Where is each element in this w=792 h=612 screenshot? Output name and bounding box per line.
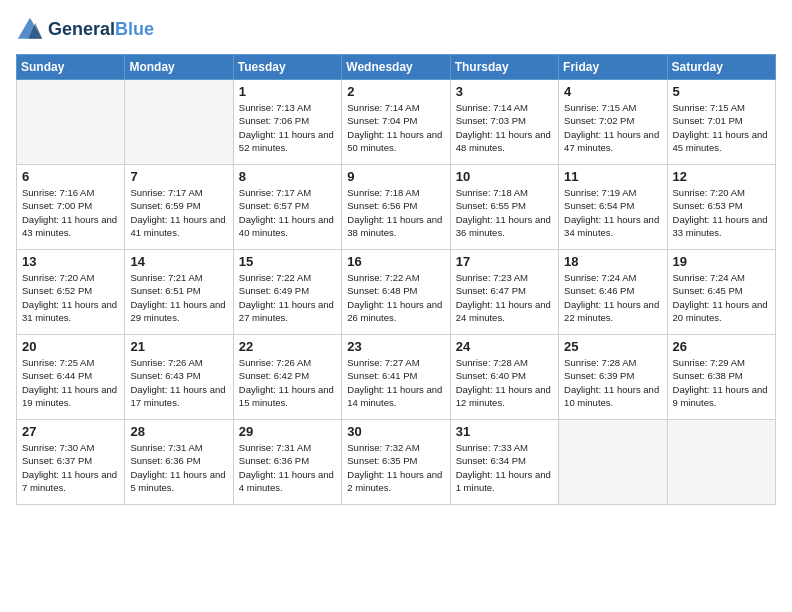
day-number: 26 <box>673 339 771 354</box>
day-number: 18 <box>564 254 662 269</box>
cell-info: Sunrise: 7:28 AM Sunset: 6:40 PM Dayligh… <box>456 356 554 409</box>
cell-info: Sunrise: 7:28 AM Sunset: 6:39 PM Dayligh… <box>564 356 662 409</box>
cell-info: Sunrise: 7:33 AM Sunset: 6:34 PM Dayligh… <box>456 441 554 494</box>
calendar-cell: 22Sunrise: 7:26 AM Sunset: 6:42 PM Dayli… <box>233 335 341 420</box>
cell-info: Sunrise: 7:14 AM Sunset: 7:03 PM Dayligh… <box>456 101 554 154</box>
calendar: SundayMondayTuesdayWednesdayThursdayFrid… <box>16 54 776 505</box>
cell-info: Sunrise: 7:21 AM Sunset: 6:51 PM Dayligh… <box>130 271 228 324</box>
cell-info: Sunrise: 7:32 AM Sunset: 6:35 PM Dayligh… <box>347 441 445 494</box>
calendar-cell: 9Sunrise: 7:18 AM Sunset: 6:56 PM Daylig… <box>342 165 450 250</box>
calendar-week-row: 6Sunrise: 7:16 AM Sunset: 7:00 PM Daylig… <box>17 165 776 250</box>
calendar-cell: 13Sunrise: 7:20 AM Sunset: 6:52 PM Dayli… <box>17 250 125 335</box>
calendar-cell: 29Sunrise: 7:31 AM Sunset: 6:36 PM Dayli… <box>233 420 341 505</box>
logo: GeneralBlue <box>16 16 154 44</box>
cell-info: Sunrise: 7:18 AM Sunset: 6:55 PM Dayligh… <box>456 186 554 239</box>
day-number: 30 <box>347 424 445 439</box>
day-number: 17 <box>456 254 554 269</box>
calendar-cell: 19Sunrise: 7:24 AM Sunset: 6:45 PM Dayli… <box>667 250 775 335</box>
day-number: 15 <box>239 254 337 269</box>
cell-info: Sunrise: 7:29 AM Sunset: 6:38 PM Dayligh… <box>673 356 771 409</box>
cell-info: Sunrise: 7:22 AM Sunset: 6:48 PM Dayligh… <box>347 271 445 324</box>
day-number: 2 <box>347 84 445 99</box>
cell-info: Sunrise: 7:31 AM Sunset: 6:36 PM Dayligh… <box>239 441 337 494</box>
calendar-cell <box>559 420 667 505</box>
cell-info: Sunrise: 7:15 AM Sunset: 7:01 PM Dayligh… <box>673 101 771 154</box>
day-number: 10 <box>456 169 554 184</box>
cell-info: Sunrise: 7:25 AM Sunset: 6:44 PM Dayligh… <box>22 356 120 409</box>
cell-info: Sunrise: 7:18 AM Sunset: 6:56 PM Dayligh… <box>347 186 445 239</box>
calendar-cell: 26Sunrise: 7:29 AM Sunset: 6:38 PM Dayli… <box>667 335 775 420</box>
day-number: 9 <box>347 169 445 184</box>
calendar-cell <box>125 80 233 165</box>
logo-icon <box>16 16 44 44</box>
day-number: 1 <box>239 84 337 99</box>
day-number: 20 <box>22 339 120 354</box>
weekday-header-thursday: Thursday <box>450 55 558 80</box>
day-number: 22 <box>239 339 337 354</box>
cell-info: Sunrise: 7:31 AM Sunset: 6:36 PM Dayligh… <box>130 441 228 494</box>
calendar-cell: 31Sunrise: 7:33 AM Sunset: 6:34 PM Dayli… <box>450 420 558 505</box>
cell-info: Sunrise: 7:22 AM Sunset: 6:49 PM Dayligh… <box>239 271 337 324</box>
calendar-cell: 14Sunrise: 7:21 AM Sunset: 6:51 PM Dayli… <box>125 250 233 335</box>
calendar-cell: 18Sunrise: 7:24 AM Sunset: 6:46 PM Dayli… <box>559 250 667 335</box>
calendar-week-row: 1Sunrise: 7:13 AM Sunset: 7:06 PM Daylig… <box>17 80 776 165</box>
cell-info: Sunrise: 7:23 AM Sunset: 6:47 PM Dayligh… <box>456 271 554 324</box>
calendar-cell: 11Sunrise: 7:19 AM Sunset: 6:54 PM Dayli… <box>559 165 667 250</box>
cell-info: Sunrise: 7:13 AM Sunset: 7:06 PM Dayligh… <box>239 101 337 154</box>
day-number: 28 <box>130 424 228 439</box>
cell-info: Sunrise: 7:24 AM Sunset: 6:45 PM Dayligh… <box>673 271 771 324</box>
day-number: 3 <box>456 84 554 99</box>
calendar-cell: 27Sunrise: 7:30 AM Sunset: 6:37 PM Dayli… <box>17 420 125 505</box>
day-number: 8 <box>239 169 337 184</box>
header: GeneralBlue <box>16 16 776 44</box>
day-number: 11 <box>564 169 662 184</box>
calendar-cell: 25Sunrise: 7:28 AM Sunset: 6:39 PM Dayli… <box>559 335 667 420</box>
cell-info: Sunrise: 7:24 AM Sunset: 6:46 PM Dayligh… <box>564 271 662 324</box>
day-number: 25 <box>564 339 662 354</box>
day-number: 27 <box>22 424 120 439</box>
day-number: 16 <box>347 254 445 269</box>
calendar-cell: 12Sunrise: 7:20 AM Sunset: 6:53 PM Dayli… <box>667 165 775 250</box>
day-number: 12 <box>673 169 771 184</box>
calendar-cell: 15Sunrise: 7:22 AM Sunset: 6:49 PM Dayli… <box>233 250 341 335</box>
calendar-cell <box>17 80 125 165</box>
day-number: 4 <box>564 84 662 99</box>
calendar-cell: 3Sunrise: 7:14 AM Sunset: 7:03 PM Daylig… <box>450 80 558 165</box>
weekday-header-row: SundayMondayTuesdayWednesdayThursdayFrid… <box>17 55 776 80</box>
day-number: 14 <box>130 254 228 269</box>
cell-info: Sunrise: 7:30 AM Sunset: 6:37 PM Dayligh… <box>22 441 120 494</box>
calendar-week-row: 27Sunrise: 7:30 AM Sunset: 6:37 PM Dayli… <box>17 420 776 505</box>
weekday-header-saturday: Saturday <box>667 55 775 80</box>
cell-info: Sunrise: 7:15 AM Sunset: 7:02 PM Dayligh… <box>564 101 662 154</box>
cell-info: Sunrise: 7:20 AM Sunset: 6:53 PM Dayligh… <box>673 186 771 239</box>
cell-info: Sunrise: 7:17 AM Sunset: 6:59 PM Dayligh… <box>130 186 228 239</box>
cell-info: Sunrise: 7:16 AM Sunset: 7:00 PM Dayligh… <box>22 186 120 239</box>
day-number: 31 <box>456 424 554 439</box>
weekday-header-wednesday: Wednesday <box>342 55 450 80</box>
calendar-week-row: 13Sunrise: 7:20 AM Sunset: 6:52 PM Dayli… <box>17 250 776 335</box>
day-number: 29 <box>239 424 337 439</box>
calendar-cell: 21Sunrise: 7:26 AM Sunset: 6:43 PM Dayli… <box>125 335 233 420</box>
calendar-cell: 8Sunrise: 7:17 AM Sunset: 6:57 PM Daylig… <box>233 165 341 250</box>
calendar-cell: 4Sunrise: 7:15 AM Sunset: 7:02 PM Daylig… <box>559 80 667 165</box>
calendar-cell: 23Sunrise: 7:27 AM Sunset: 6:41 PM Dayli… <box>342 335 450 420</box>
calendar-cell: 7Sunrise: 7:17 AM Sunset: 6:59 PM Daylig… <box>125 165 233 250</box>
calendar-cell <box>667 420 775 505</box>
weekday-header-friday: Friday <box>559 55 667 80</box>
day-number: 7 <box>130 169 228 184</box>
calendar-cell: 24Sunrise: 7:28 AM Sunset: 6:40 PM Dayli… <box>450 335 558 420</box>
calendar-cell: 17Sunrise: 7:23 AM Sunset: 6:47 PM Dayli… <box>450 250 558 335</box>
day-number: 23 <box>347 339 445 354</box>
day-number: 6 <box>22 169 120 184</box>
calendar-cell: 30Sunrise: 7:32 AM Sunset: 6:35 PM Dayli… <box>342 420 450 505</box>
calendar-cell: 28Sunrise: 7:31 AM Sunset: 6:36 PM Dayli… <box>125 420 233 505</box>
calendar-cell: 16Sunrise: 7:22 AM Sunset: 6:48 PM Dayli… <box>342 250 450 335</box>
calendar-cell: 2Sunrise: 7:14 AM Sunset: 7:04 PM Daylig… <box>342 80 450 165</box>
weekday-header-tuesday: Tuesday <box>233 55 341 80</box>
weekday-header-monday: Monday <box>125 55 233 80</box>
cell-info: Sunrise: 7:17 AM Sunset: 6:57 PM Dayligh… <box>239 186 337 239</box>
cell-info: Sunrise: 7:19 AM Sunset: 6:54 PM Dayligh… <box>564 186 662 239</box>
page: GeneralBlue SundayMondayTuesdayWednesday… <box>0 0 792 515</box>
calendar-cell: 6Sunrise: 7:16 AM Sunset: 7:00 PM Daylig… <box>17 165 125 250</box>
day-number: 19 <box>673 254 771 269</box>
